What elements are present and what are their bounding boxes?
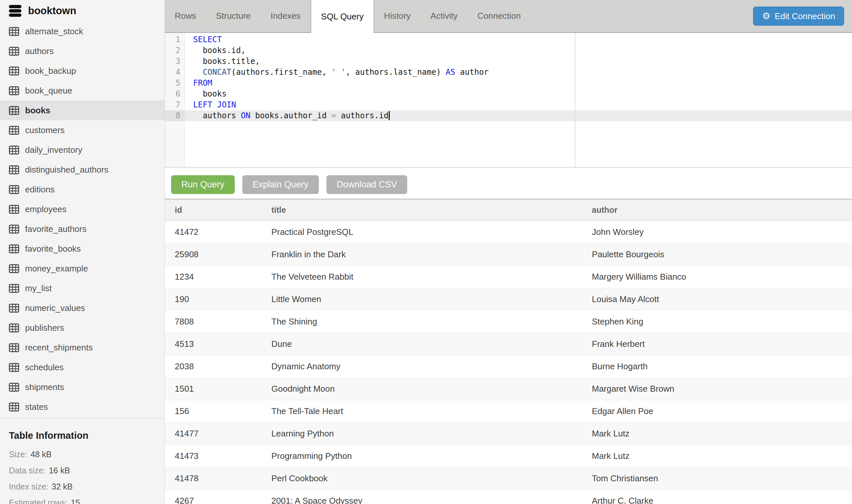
cell-title: Programming Python (261, 445, 582, 467)
table-grid-icon (9, 224, 19, 234)
info-label: Estimated rows: (9, 498, 68, 504)
table-name-label: my_list (25, 283, 52, 293)
tab-history[interactable]: History (374, 0, 421, 32)
download-csv-button[interactable]: Download CSV (326, 175, 407, 194)
table-grid-icon (9, 402, 19, 411)
column-header-title[interactable]: title (261, 200, 582, 221)
line-number: 2 (165, 45, 185, 56)
editor-code-line[interactable]: 8 authors ON books.author_id = authors.i… (165, 110, 852, 121)
sidebar-table-item-books[interactable]: books (0, 101, 164, 120)
table-name-label: publishers (25, 323, 64, 333)
cell-id: 41473 (165, 445, 261, 467)
line-code: books (185, 89, 227, 100)
database-title: booktown (0, 0, 164, 21)
line-number: 5 (165, 78, 185, 89)
result-row[interactable]: 156 The Tell-Tale Heart Edgar Allen Poe (165, 400, 852, 422)
line-code: books.title, (185, 56, 260, 67)
result-row[interactable]: 41477 Learning Python Mark Lutz (165, 422, 852, 445)
info-value: 16 kB (49, 466, 70, 475)
sidebar-table-item-schedules[interactable]: schedules (0, 357, 164, 377)
line-number: 8 (165, 110, 185, 121)
result-row[interactable]: 4267 2001: A Space Odyssey Arthur C. Cla… (165, 489, 852, 504)
table-name-label: favorite_books (25, 244, 81, 254)
column-header-author[interactable]: author (582, 200, 852, 221)
sidebar-table-item-customers[interactable]: customers (0, 120, 164, 140)
result-row[interactable]: 41472 Practical PostgreSQL John Worsley (165, 221, 852, 243)
query-actions: Run Query Explain Query Download CSV (165, 168, 852, 199)
info-value: 32 kB (52, 482, 73, 491)
tab-indexes[interactable]: Indexes (261, 0, 311, 32)
result-row[interactable]: 7808 The Shining Stephen King (165, 310, 852, 333)
database-icon (9, 5, 21, 17)
sidebar-table-item-money_example[interactable]: money_example (0, 258, 164, 278)
cell-title: Dune (261, 333, 582, 355)
cell-id: 7808 (165, 310, 261, 333)
result-row[interactable]: 25908 Franklin in the Dark Paulette Bour… (165, 243, 852, 266)
info-value: 48 kB (31, 450, 52, 459)
sidebar-table-item-book_queue[interactable]: book_queue (0, 81, 164, 101)
editor-code-line[interactable]: 6 books (165, 89, 852, 100)
result-row[interactable]: 41478 Perl Cookbook Tom Christiansen (165, 467, 852, 489)
editor-code-line[interactable]: 1 SELECT (165, 34, 852, 45)
editor-code-line[interactable]: 5 FROM (165, 78, 852, 89)
cell-author: Tom Christiansen (582, 467, 852, 489)
sidebar-table-item-numeric_values[interactable]: numeric_values (0, 298, 164, 318)
sidebar-table-item-publishers[interactable]: publishers (0, 318, 164, 338)
table-name-label: states (25, 402, 48, 412)
tab-activity[interactable]: Activity (421, 0, 468, 32)
editor-code-line[interactable]: 7 LEFT JOIN (165, 100, 852, 110)
sidebar-table-item-distinguished_authors[interactable]: distinguished_authors (0, 160, 164, 180)
cell-author: Edgar Allen Poe (582, 400, 852, 422)
sidebar-table-item-favorite_books[interactable]: favorite_books (0, 239, 164, 258)
sidebar-table-item-recent_shipments[interactable]: recent_shipments (0, 338, 164, 357)
cell-title: Perl Cookbook (261, 467, 582, 489)
database-name: booktown (28, 5, 76, 17)
sidebar-table-item-daily_inventory[interactable]: daily_inventory (0, 140, 164, 160)
result-row[interactable]: 2038 Dynamic Anatomy Burne Hogarth (165, 355, 852, 378)
line-number: 7 (165, 100, 185, 110)
table-name-label: customers (25, 125, 65, 136)
sidebar-table-item-editions[interactable]: editions (0, 180, 164, 199)
info-label: Data size: (9, 466, 46, 475)
table-grid-icon (9, 106, 19, 115)
sidebar-table-item-authors[interactable]: authors (0, 41, 164, 61)
cell-id: 156 (165, 400, 261, 422)
result-row[interactable]: 4513 Dune Frank Herbert (165, 333, 852, 355)
tab-rows[interactable]: Rows (165, 0, 206, 32)
sidebar-table-item-favorite_authors[interactable]: favorite_authors (0, 219, 164, 239)
table-list: alternate_stock authors book_backup book… (0, 21, 164, 417)
sidebar-table-item-my_list[interactable]: my_list (0, 278, 164, 298)
editor-code-line[interactable]: 2 books.id, (165, 45, 852, 56)
cell-id: 4513 (165, 333, 261, 355)
explain-query-button[interactable]: Explain Query (242, 175, 319, 194)
table-grid-icon (9, 47, 19, 56)
editor-code-line[interactable]: 3 books.title, (165, 56, 852, 67)
line-number: 3 (165, 56, 185, 67)
result-row[interactable]: 190 Little Women Louisa May Alcott (165, 288, 852, 310)
sidebar-table-item-states[interactable]: states (0, 397, 164, 417)
column-header-id[interactable]: id (165, 200, 261, 221)
sidebar-table-item-shipments[interactable]: shipments (0, 377, 164, 397)
run-query-button[interactable]: Run Query (171, 175, 235, 194)
cell-title: Dynamic Anatomy (261, 355, 582, 378)
edit-connection-button[interactable]: ⚙ Edit Connection (753, 6, 844, 26)
result-row[interactable]: 41473 Programming Python Mark Lutz (165, 445, 852, 467)
editor-code-line[interactable]: 4 CONCAT(authors.first_name, ' ', author… (165, 67, 852, 78)
sidebar-table-item-employees[interactable]: employees (0, 199, 164, 219)
tab-connection[interactable]: Connection (468, 0, 531, 32)
sql-editor[interactable]: 1 SELECT 2 books.id, 3 books.title, 4 CO… (165, 33, 852, 168)
cell-id: 25908 (165, 243, 261, 266)
result-row[interactable]: 1234 The Velveteen Rabbit Margery Willia… (165, 266, 852, 288)
line-code: LEFT JOIN (185, 100, 236, 110)
cell-author: Louisa May Alcott (582, 288, 852, 310)
cell-author: Margery Williams Bianco (582, 266, 852, 288)
table-grid-icon (9, 67, 19, 75)
tab-structure[interactable]: Structure (206, 0, 261, 32)
result-row[interactable]: 1501 Goodnight Moon Margaret Wise Brown (165, 378, 852, 400)
sidebar-table-item-book_backup[interactable]: book_backup (0, 61, 164, 81)
cell-id: 41478 (165, 467, 261, 489)
tab-sql-query[interactable]: SQL Query (311, 0, 374, 33)
table-name-label: recent_shipments (25, 343, 93, 353)
sidebar-table-item-alternate_stock[interactable]: alternate_stock (0, 21, 164, 41)
cell-id: 4267 (165, 489, 261, 504)
